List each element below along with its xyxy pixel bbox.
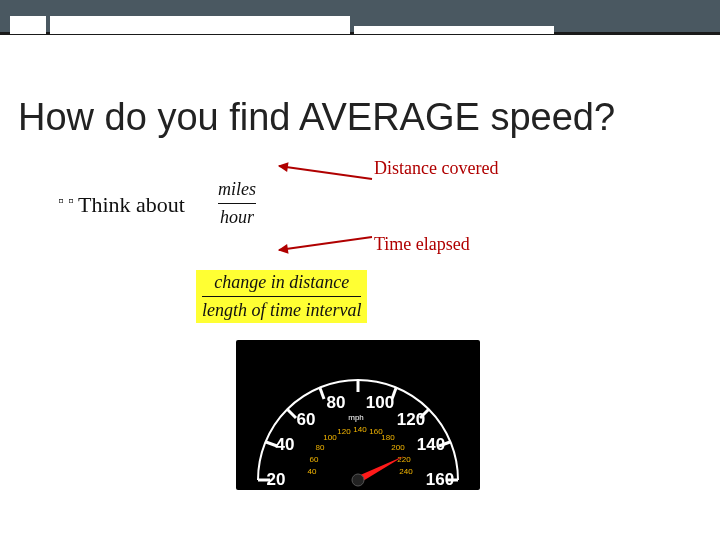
arrow-to-denominator-icon [279,236,372,251]
svg-text:100: 100 [366,393,394,412]
svg-text:140: 140 [353,425,367,434]
annotation-distance: Distance covered [374,158,498,179]
svg-point-29 [352,474,364,486]
svg-text:40: 40 [276,435,295,454]
fraction-denominator: length of time interval [202,300,361,320]
svg-text:40: 40 [308,467,317,476]
svg-text:160: 160 [426,470,454,489]
slide-top-bar [0,0,720,35]
fraction-numerator: change in distance [214,272,349,292]
arrow-to-numerator-icon [279,165,372,180]
svg-text:80: 80 [316,443,325,452]
svg-text:200: 200 [391,443,405,452]
svg-text:60: 60 [310,455,319,464]
speedometer-icon: 20 40 60 80 100 120 140 160 mph 40 60 80… [236,340,480,490]
think-about-label: Think about [78,192,185,218]
fraction-denominator: hour [220,207,254,227]
fraction-numerator: miles [218,179,256,199]
slide-title: How do you find AVERAGE speed? [18,96,615,139]
svg-text:120: 120 [337,427,351,436]
svg-text:80: 80 [327,393,346,412]
fraction-change-interval: change in distance length of time interv… [196,270,367,323]
svg-text:220: 220 [397,455,411,464]
fraction-miles-hour: miles hour [218,179,256,228]
svg-text:180: 180 [381,433,395,442]
fraction-bar [218,203,256,204]
svg-text:140: 140 [417,435,445,454]
svg-line-2 [287,409,296,418]
decor-seg [50,16,350,34]
svg-text:120: 120 [397,410,425,429]
svg-line-3 [320,388,324,399]
svg-text:100: 100 [323,433,337,442]
svg-text:20: 20 [267,470,286,489]
bullet-marker: ▫ ▫ [58,196,74,206]
speedometer-image: 20 40 60 80 100 120 140 160 mph 40 60 80… [236,340,480,490]
decor-seg [10,16,46,34]
fraction-bar [202,296,361,297]
svg-text:mph: mph [348,413,364,422]
annotation-time: Time elapsed [374,234,470,255]
svg-text:240: 240 [399,467,413,476]
svg-text:60: 60 [297,410,316,429]
decor-seg [354,26,554,34]
